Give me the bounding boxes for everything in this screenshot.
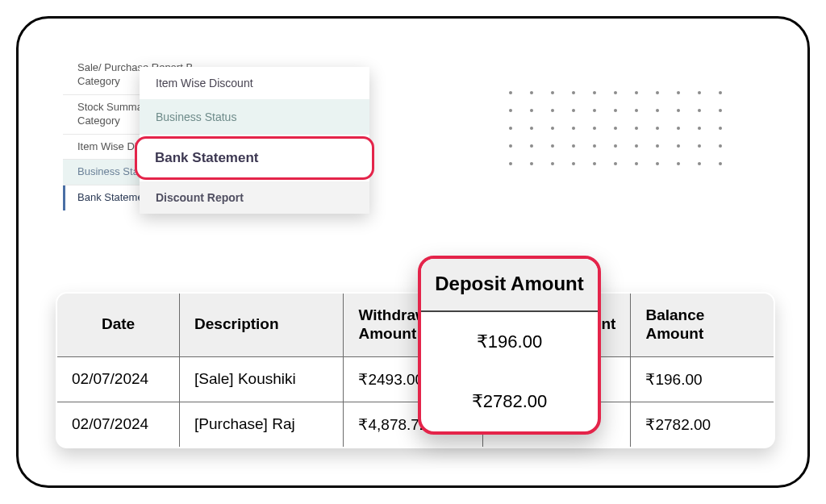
- col-description: Description: [180, 293, 344, 356]
- table-row: 02/07/2024 [Purchase] Raj ₹4,878.72 ₹278…: [56, 402, 774, 448]
- bank-statement-table: Date Description Withdrawal Amount Depos…: [56, 292, 775, 448]
- front-bank-statement-selected[interactable]: Bank Statement: [135, 136, 374, 180]
- cell-balance: ₹196.00: [631, 356, 774, 402]
- cell-balance: ₹2782.00: [631, 402, 774, 448]
- table-row: 02/07/2024 [Sale] Koushiki ₹2493.00 ₹196…: [56, 356, 774, 402]
- col-balance: Balance Amount: [631, 293, 774, 356]
- deposit-highlight-value-2: ₹2782.00: [421, 372, 598, 431]
- col-date: Date: [56, 293, 180, 356]
- cell-date: 02/07/2024: [56, 402, 180, 448]
- front-item-wise-discount[interactable]: Item Wise Discount: [140, 67, 369, 99]
- front-business-status[interactable]: Business Status: [140, 99, 369, 135]
- cell-description: [Purchase] Raj: [180, 402, 344, 448]
- deposit-highlight-header: Deposit Amount: [421, 259, 598, 312]
- main-frame: Sale/ Purchase Report B Category Stock S…: [16, 16, 810, 488]
- table-header-row: Date Description Withdrawal Amount Depos…: [56, 293, 774, 356]
- front-discount-report[interactable]: Discount Report: [140, 181, 369, 214]
- decorative-dot-grid: [509, 91, 735, 176]
- report-menu-front: Item Wise Discount Business Status Bank …: [140, 67, 369, 214]
- cell-description: [Sale] Koushiki: [180, 356, 344, 402]
- deposit-highlight-value-1: ₹196.00: [421, 312, 598, 372]
- cell-date: 02/07/2024: [56, 356, 180, 402]
- deposit-amount-highlight: Deposit Amount ₹196.00 ₹2782.00: [418, 256, 601, 435]
